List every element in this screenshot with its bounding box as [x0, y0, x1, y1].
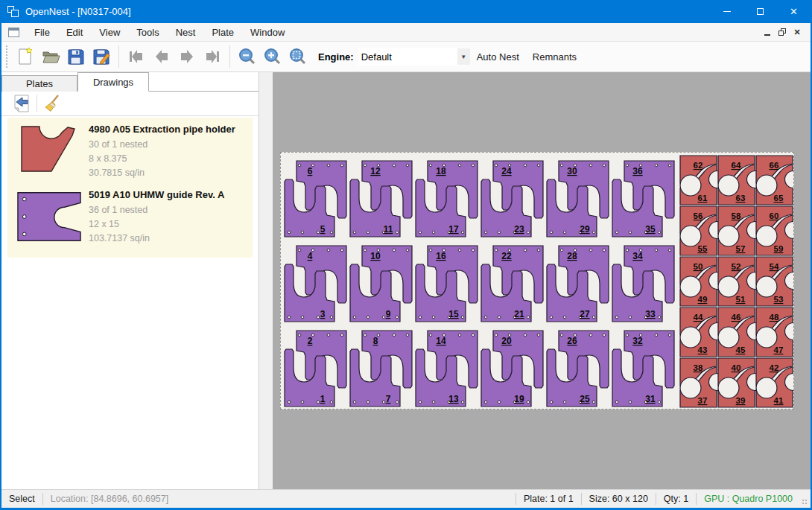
part-number-label: 29 — [580, 224, 590, 235]
go-first-icon[interactable] — [124, 44, 149, 69]
drawing-nested: 36 of 1 nested — [89, 203, 250, 217]
back-icon[interactable] — [10, 93, 33, 114]
purple-pair-cell: 65 — [285, 161, 346, 237]
engine-combobox[interactable]: Default ▼ — [358, 48, 470, 66]
nest-canvas[interactable]: 6512111817242330293635431091615222128273… — [273, 72, 811, 489]
part-number-label: 49 — [698, 295, 708, 304]
minimize-button[interactable] — [710, 0, 743, 23]
part-number-label: 31 — [645, 394, 656, 404]
tab-plates[interactable]: Plates — [1, 75, 77, 92]
menu-tools[interactable]: Tools — [128, 24, 167, 41]
part-number-label: 53 — [774, 295, 784, 304]
engine-selected-value: Default — [358, 51, 457, 63]
remnants-button[interactable]: Remnants — [526, 48, 583, 66]
part-number-label: 34 — [632, 251, 643, 261]
part-number-label: 62 — [694, 161, 703, 170]
drawing-item[interactable]: 5019 A10 UHMW guide Rev. A 36 of 1 neste… — [10, 188, 250, 246]
zoom-out-icon[interactable] — [235, 44, 260, 69]
part-number-label: 18 — [436, 166, 446, 176]
engine-label: Engine: — [318, 51, 354, 63]
drawing-thumbnail-red — [10, 122, 89, 180]
part-number-label: 46 — [732, 313, 741, 322]
part-number-label: 11 — [384, 224, 393, 235]
part-number-label: 55 — [698, 244, 708, 253]
go-previous-icon[interactable] — [149, 44, 174, 69]
part-number-label: 39 — [736, 396, 746, 405]
close-button[interactable]: ✕ — [777, 0, 811, 23]
mdi-restore-button[interactable] — [775, 25, 790, 39]
part-number-label: 4 — [308, 251, 313, 261]
panel-splitter[interactable] — [259, 72, 273, 489]
drawing-item[interactable]: 4980 A05 Extraction pipe holder 30 of 1 … — [10, 122, 250, 180]
purple-pair-cell: 21 — [285, 331, 346, 407]
part-number-label: 27 — [580, 309, 590, 319]
save-icon[interactable] — [63, 44, 89, 69]
part-number-label: 14 — [436, 336, 446, 346]
part-number-label: 10 — [370, 251, 381, 261]
menu-edit[interactable]: Edit — [58, 24, 91, 41]
new-file-icon[interactable] — [13, 44, 38, 69]
drawing-area: 30.7815 sq/in — [89, 166, 250, 180]
purple-pair-cell: 87 — [350, 331, 412, 407]
clean-broom-icon[interactable] — [41, 93, 63, 114]
menu-view[interactable]: View — [91, 24, 128, 41]
main-toolbar: Engine: Default ▼ Auto Nest Remnants — [1, 42, 811, 72]
drawings-list: 4980 A05 Extraction pipe holder 30 of 1 … — [7, 118, 253, 258]
part-number-label: 64 — [732, 161, 741, 170]
status-location: Location: [84.8696, 60.6957] — [43, 494, 176, 504]
part-number-label: 63 — [736, 194, 746, 203]
part-number-label: 3 — [320, 309, 326, 319]
part-number-label: 50 — [694, 262, 703, 271]
status-size: Size: 60 x 120 — [582, 494, 656, 504]
menu-file[interactable]: File — [26, 24, 58, 41]
toolbar-grip[interactable] — [4, 45, 8, 68]
go-next-icon[interactable] — [174, 44, 200, 69]
part-number-label: 61 — [698, 194, 708, 203]
maximize-button[interactable] — [743, 0, 777, 23]
purple-pair-cell: 3635 — [612, 161, 674, 237]
purple-pair-cell: 1615 — [416, 246, 478, 322]
part-number-label: 60 — [770, 211, 779, 220]
plate[interactable]: 6512111817242330293635431091615222128273… — [280, 152, 794, 409]
save-as-icon[interactable] — [89, 44, 114, 69]
document-window-icon[interactable] — [8, 28, 19, 37]
menu-bar: File Edit View Tools Nest Plate Window ✕ — [1, 23, 811, 42]
part-number-label: 43 — [698, 345, 708, 354]
menu-plate[interactable]: Plate — [203, 24, 242, 41]
zoom-fit-icon[interactable] — [285, 44, 311, 69]
part-number-label: 1 — [320, 394, 326, 404]
tab-drawings[interactable]: Drawings — [77, 72, 149, 92]
status-mode: Select — [1, 494, 42, 504]
part-number-label: 59 — [774, 244, 784, 253]
zoom-in-icon[interactable] — [260, 44, 285, 69]
part-number-label: 51 — [736, 295, 746, 304]
open-folder-icon[interactable] — [38, 44, 63, 69]
title-bar: OpenNest - [N0317-004] ✕ — [1, 0, 811, 23]
mdi-close-button[interactable]: ✕ — [790, 25, 805, 39]
go-last-icon[interactable] — [200, 44, 225, 69]
purple-pair-cell: 1211 — [350, 161, 412, 237]
menu-window[interactable]: Window — [242, 24, 293, 41]
part-number-label: 57 — [736, 244, 746, 253]
part-number-label: 30 — [567, 166, 577, 176]
resize-grip[interactable] — [800, 490, 811, 508]
mdi-minimize-button[interactable] — [760, 25, 775, 39]
part-number-label: 16 — [436, 251, 446, 261]
auto-nest-button[interactable]: Auto Nest — [470, 48, 526, 66]
purple-pair-cell: 43 — [285, 246, 346, 322]
left-panel: Plates Drawings — [1, 72, 259, 489]
part-number-label: 56 — [694, 211, 703, 220]
part-number-label: 47 — [774, 345, 784, 354]
part-number-label: 44 — [694, 313, 703, 322]
chevron-down-icon[interactable]: ▼ — [457, 48, 470, 65]
part-number-label: 19 — [514, 394, 524, 404]
purple-pair-cell: 3029 — [547, 161, 609, 237]
menu-nest[interactable]: Nest — [168, 24, 204, 41]
purple-pair-cell: 2625 — [547, 331, 609, 407]
part-number-label: 9 — [386, 309, 391, 319]
part-number-label: 38 — [694, 363, 703, 372]
part-number-label: 2 — [308, 336, 313, 346]
red-pair-cell: 6059 — [756, 206, 793, 255]
part-number-label: 12 — [370, 166, 381, 176]
part-number-label: 17 — [448, 224, 459, 235]
